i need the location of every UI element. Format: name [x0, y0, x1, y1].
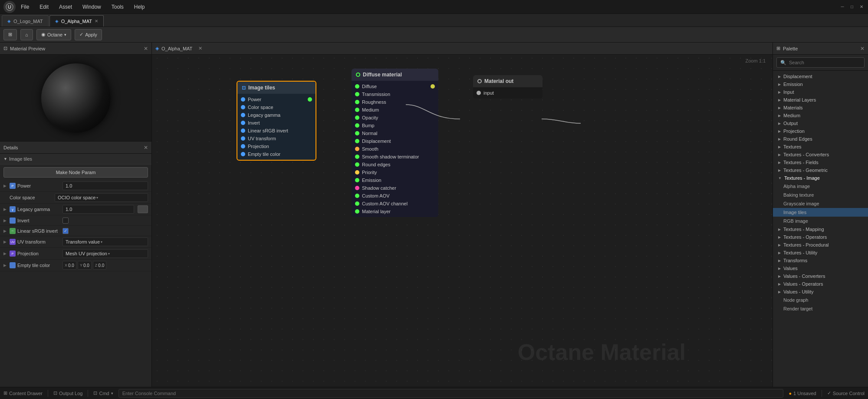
y-value: 0.0	[83, 263, 89, 268]
console-input[interactable]	[118, 389, 784, 398]
menu-file[interactable]: File	[19, 3, 31, 11]
palette-subitem-image-tiles[interactable]: Image tiles	[773, 208, 868, 217]
prop-projection: ▶ P Projection Mesh UV projection ▾	[0, 248, 151, 260]
details-close[interactable]: ✕	[144, 145, 148, 151]
menu-asset[interactable]: Asset	[57, 3, 74, 11]
prop-legacy-gamma-value[interactable]: 1.0	[62, 205, 134, 214]
content-browser-icon: ⊞	[8, 32, 12, 37]
palette-item-textures-converters-label: Textures - Converters	[783, 152, 829, 157]
diffuse-pin-priority: Priority	[352, 168, 438, 176]
prop-uv-transform-value: Transform value	[66, 239, 100, 244]
palette-item-input[interactable]: ▶ Input	[773, 88, 868, 96]
search-input[interactable]	[789, 60, 861, 65]
output-log-button[interactable]: ⊡ Output Log	[53, 390, 82, 396]
palette-item-values-converters[interactable]: ▶ Values - Converters	[773, 272, 868, 280]
palette-close[interactable]: ✕	[860, 46, 865, 52]
palette-item-textures[interactable]: ▶ Textures	[773, 143, 868, 151]
palette-item-emission[interactable]: ▶ Emission	[773, 80, 868, 88]
palette-item-values-operators[interactable]: ▶ Values - Operators	[773, 280, 868, 288]
palette-item-values-utility[interactable]: ▶ Values - Utility	[773, 288, 868, 296]
palette-subitem-grayscale-image[interactable]: Grayscale image	[773, 199, 868, 208]
pin-displacement	[355, 139, 359, 143]
search-box[interactable]: 🔍	[776, 57, 865, 68]
prop-legacy-gamma-swatch[interactable]	[138, 205, 148, 213]
prop-empty-tile-z[interactable]: Z 0.0	[93, 261, 106, 270]
prop-linear-srgb-checkbox[interactable]: ✓	[62, 228, 69, 234]
cmd-button[interactable]: ⊡ Cmd ▾	[93, 390, 113, 396]
pin-displacement-label: Displacement	[362, 138, 391, 144]
palette-list: ▶ Displacement ▶ Emission ▶ Input ▶ Mate…	[773, 71, 868, 387]
prop-power-value[interactable]: 1.0	[62, 181, 148, 190]
palette-item-values[interactable]: ▶ Values	[773, 264, 868, 272]
palette-item-displacement[interactable]: ▶ Displacement	[773, 73, 868, 80]
node-image-tiles[interactable]: ⊡ Image tiles Power Color space Leg	[237, 81, 316, 161]
pin-smooth-shadow	[355, 155, 359, 159]
prop-empty-tile-y[interactable]: Y 0.0	[78, 261, 92, 270]
palette-subitem-render-target[interactable]: Render target	[773, 304, 868, 313]
palette-item-textures-procedural[interactable]: ▶ Textures - Procedural	[773, 241, 868, 249]
tab-alpha-mat-close[interactable]: ✕	[95, 19, 98, 23]
palette-item-material-layers[interactable]: ▶ Material Layers	[773, 96, 868, 104]
prop-projection-dropdown[interactable]: Mesh UV projection ▾	[62, 249, 148, 258]
palette-item-medium[interactable]: ▶ Medium	[773, 112, 868, 119]
palette-subitem-baking-texture[interactable]: Baking texture	[773, 191, 868, 199]
palette-item-materials[interactable]: ▶ Materials	[773, 104, 868, 112]
pin-uv-transform-label: UV transform	[248, 136, 276, 141]
prop-projection-arrow: ▶	[3, 251, 8, 256]
palette-item-transforms-arrow: ▶	[778, 259, 781, 263]
canvas-area[interactable]: ◈ O_Alpha_MAT ✕ Zoom 1:1 ⊡ Image tiles P…	[152, 43, 773, 387]
content-drawer-button[interactable]: ⊞ Content Drawer	[3, 390, 43, 396]
minimize-button[interactable]: ─	[839, 4, 845, 10]
pin-input-label: input	[483, 90, 494, 96]
palette-item-textures-image[interactable]: ▼ Textures - Image	[773, 174, 868, 182]
palette-item-values-operators-arrow: ▶	[778, 282, 781, 286]
pin-smooth-shadow-label: Smooth shadow terminator	[362, 154, 419, 159]
octane-btn[interactable]: ◉ Octane ▾	[36, 29, 71, 40]
node-material-out[interactable]: Material out input	[473, 75, 542, 99]
preview-panel-close[interactable]: ✕	[144, 46, 148, 52]
palette-subitem-node-graph[interactable]: Node graph	[773, 296, 868, 304]
menu-help[interactable]: Help	[132, 3, 147, 11]
menu-edit[interactable]: Edit	[38, 3, 50, 11]
prop-uv-transform-arrow-icon: ▾	[101, 240, 102, 244]
make-node-param-button[interactable]: Make Node Param	[3, 167, 148, 178]
home-btn[interactable]: ⌂	[20, 29, 33, 40]
palette-item-projection[interactable]: ▶ Projection	[773, 127, 868, 135]
details-panel: ▼ Image tiles Make Node Param ▶ P Power …	[0, 154, 151, 387]
palette-subitem-rgb-image[interactable]: RGB image	[773, 217, 868, 225]
palette-subitem-alpha-image[interactable]: Alpha image	[773, 182, 868, 191]
palette-item-textures-mapping[interactable]: ▶ Textures - Mapping	[773, 225, 868, 233]
content-browser-btn[interactable]: ⊞	[3, 29, 17, 40]
menu-window[interactable]: Window	[81, 3, 103, 11]
prop-empty-tile-x[interactable]: X 0.0	[62, 261, 76, 270]
cmd-label: Cmd	[99, 391, 109, 396]
palette-item-textures-utility[interactable]: ▶ Textures - Utility	[773, 249, 868, 257]
menu-tools[interactable]: Tools	[110, 3, 125, 11]
canvas-close[interactable]: ✕	[198, 46, 202, 51]
palette-item-textures-converters[interactable]: ▶ Textures - Converters	[773, 151, 868, 158]
palette-item-textures-mapping-arrow: ▶	[778, 228, 781, 231]
close-button[interactable]: ✕	[858, 4, 865, 10]
maximize-button[interactable]: □	[849, 4, 855, 10]
prop-invert-icon	[10, 218, 16, 224]
tab-logo-mat[interactable]: ◈ O_Logo_MAT	[2, 15, 49, 26]
palette-item-round-edges[interactable]: ▶ Round Edges	[773, 135, 868, 143]
prop-uv-transform-dropdown[interactable]: Transform value ▾	[62, 237, 148, 246]
palette-item-textures-fields[interactable]: ▶ Textures - Fields	[773, 158, 868, 166]
palette-item-transforms[interactable]: ▶ Transforms	[773, 257, 868, 264]
x-value: 0.0	[68, 263, 74, 268]
unsaved-indicator[interactable]: ● 1 Unsaved	[789, 391, 816, 396]
tab-logo-mat-label: O_Logo_MAT	[13, 19, 43, 24]
prop-invert-checkbox[interactable]	[62, 218, 69, 224]
prop-colorspace-dropdown[interactable]: OCIO color space ▾	[55, 193, 148, 202]
apply-btn[interactable]: ✓ Apply	[75, 29, 102, 40]
palette-item-textures-geometric[interactable]: ▶ Textures - Geometric	[773, 166, 868, 174]
pin-linear-srgb	[241, 129, 245, 133]
palette-item-textures-operators[interactable]: ▶ Textures - Operators	[773, 233, 868, 241]
node-diffuse[interactable]: Diffuse material Diffuse Transmission Ro…	[352, 69, 438, 217]
palette-item-output[interactable]: ▶ Output	[773, 119, 868, 127]
tab-alpha-mat[interactable]: ◈ O_Alpha_MAT ✕	[49, 15, 104, 26]
source-control-button[interactable]: ✓ Source Control	[827, 390, 865, 396]
prop-uv-transform: ▶ UV UV transform Transform value ▾	[0, 236, 151, 248]
palette-header: ⊞ Palette ✕	[773, 43, 868, 55]
